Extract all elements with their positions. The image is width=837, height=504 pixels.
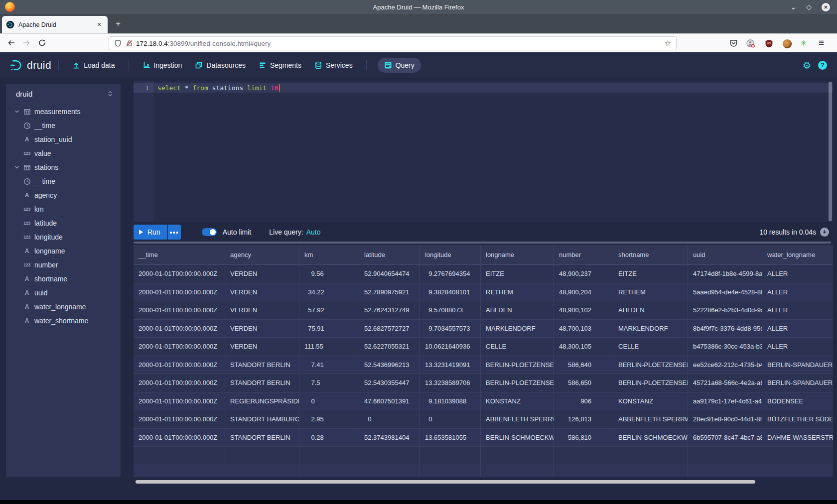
shield-icon[interactable] — [114, 39, 122, 47]
nav-item-ingestion[interactable]: Ingestion — [136, 52, 189, 78]
cell-uuid: 28ec91e8-90c0-44d1-8f0 — [688, 410, 762, 429]
auto-limit-toggle[interactable] — [202, 228, 217, 236]
results-horizontal-scrollbar[interactable] — [136, 480, 755, 484]
cell-latitude: 52.5436996213 — [359, 356, 420, 375]
bookmark-star-icon[interactable]: ☆ — [665, 39, 671, 48]
cell-longitude: 13.6535810550 — [420, 429, 481, 447]
tree-column-longname[interactable]: Alongname — [6, 244, 121, 258]
tree-column-uuid[interactable]: Auuid — [6, 286, 121, 300]
reload-button[interactable] — [38, 39, 46, 47]
cell-water-longname: BERLIN-SPANDAUER-S — [762, 356, 833, 375]
column-header-km[interactable]: km — [299, 245, 359, 265]
editor-code-line[interactable]: select * from stations limit 10 — [157, 83, 280, 93]
ublock-icon[interactable]: UO — [765, 39, 773, 48]
column-header---time[interactable]: __time — [134, 245, 225, 265]
cell---time: 2000-01-01T00:00:00.000Z — [134, 265, 225, 283]
query-editor[interactable]: 1 select * from stations limit 10 — [134, 81, 833, 222]
nav-item-segments[interactable]: Segments — [252, 52, 308, 78]
cell-water-longname: BODENSEE — [762, 392, 833, 411]
pocket-icon[interactable] — [729, 39, 738, 47]
sort-icon[interactable] — [107, 90, 114, 98]
tree-column-value[interactable]: 123value — [6, 146, 121, 160]
column-header-longname[interactable]: longname — [481, 245, 554, 265]
tree-column-km[interactable]: 123km — [6, 202, 121, 216]
back-button[interactable] — [7, 39, 15, 47]
window-close-icon[interactable]: ✕ — [822, 3, 830, 11]
column-header-latitude[interactable]: latitude — [359, 245, 420, 265]
cell-number: 48,900,204 — [554, 283, 613, 302]
column-header-number[interactable]: number — [554, 245, 613, 265]
browser-tab-apache-druid[interactable]: Apache Druid ✕ — [2, 16, 108, 33]
nav-item-services[interactable]: Services — [308, 52, 359, 78]
cell-longitude: 19.3828408101 — [420, 283, 481, 302]
nav-item-query[interactable]: Query — [378, 58, 421, 73]
forward-button[interactable] — [22, 39, 31, 47]
nav-item-datasources[interactable]: Datasources — [188, 52, 252, 78]
tree-column-shortname[interactable]: Ashortname — [6, 272, 121, 286]
chevron-down-icon[interactable] — [14, 164, 21, 170]
cell-agency: REGIERUNGSPRÄSIDIUM — [225, 392, 299, 411]
empty-cell — [613, 447, 688, 465]
firefox-icon — [5, 2, 15, 12]
cell-km: 112.95 — [299, 410, 359, 429]
cell-longname: EITZE — [481, 265, 554, 283]
tree-column-longitude[interactable]: 123longitude — [6, 230, 121, 244]
cell-uuid: ee52ce62-212c-4735-b4 — [688, 356, 762, 375]
url-bar[interactable]: 172.18.0.4 :30899/unified-console.html#q… — [109, 36, 677, 50]
tree-datasource-measurements[interactable]: measurements — [6, 105, 121, 119]
text-cursor — [279, 84, 280, 92]
table-row: 2000-01-01T00:00:00.000ZSTANDORT BERLIN1… — [134, 429, 833, 447]
window-minimize-icon[interactable]: ⌄ — [790, 3, 796, 10]
editor-scrollbar[interactable] — [829, 82, 832, 221]
extension-asterisk-icon[interactable]: ✳ — [800, 38, 807, 48]
tree-column-latitude[interactable]: 123latitude — [6, 216, 121, 230]
browser-tab-bar: Apache Druid ✕ + — [0, 14, 837, 33]
nav-item-load-data[interactable]: Load data — [66, 52, 121, 78]
tree-column-number[interactable]: 123number — [6, 258, 121, 272]
tree-column-water-shortname[interactable]: Awater_shortname — [6, 314, 121, 328]
column-header-uuid[interactable]: uuid — [688, 245, 762, 265]
cookie-extension-icon[interactable] — [783, 39, 792, 48]
empty-cell — [613, 465, 688, 478]
live-query-value[interactable]: Auto — [306, 228, 321, 236]
table-row: 2000-01-01T00:00:00.000ZSTANDORT BERLIN1… — [134, 356, 833, 375]
cell-longname: BERLIN-PLOETZENSEE U — [481, 374, 554, 392]
druid-brand[interactable]: druid — [9, 58, 51, 72]
help-icon[interactable]: ? — [818, 61, 827, 70]
table-row: 2000-01-01T00:00:00.000ZREGIERUNGSPRÄSID… — [134, 392, 833, 411]
tab-close-icon[interactable]: ✕ — [95, 20, 104, 29]
tree-column-water-longname[interactable]: Awater_longname — [6, 300, 121, 314]
cell-water-longname: BERLIN-SPANDAUER-S — [762, 374, 833, 392]
tree-column-agency[interactable]: Aagency — [6, 188, 121, 202]
tree-column-station-uuid[interactable]: Astation_uuid — [6, 132, 121, 146]
column-header-shortname[interactable]: shortname — [613, 245, 688, 265]
new-tab-button[interactable]: + — [112, 18, 125, 30]
column-header-agency[interactable]: agency — [225, 245, 299, 265]
empty-cell — [481, 447, 554, 465]
insecure-lock-icon[interactable] — [126, 39, 133, 47]
column-header-water-longname[interactable]: water_longname — [762, 245, 833, 265]
hamburger-menu-icon[interactable]: ≡ — [819, 37, 824, 48]
cell-km: 110.28 — [299, 429, 359, 447]
cell-water-longname: ALLER — [762, 320, 833, 338]
column-header-longitude[interactable]: longitude — [420, 245, 481, 265]
run-button[interactable]: Run — [134, 225, 167, 240]
download-button[interactable] — [820, 228, 829, 237]
string-type-icon: A — [22, 275, 31, 282]
run-more-button[interactable]: ••• — [168, 225, 181, 240]
tree-column---time[interactable]: __time — [6, 174, 121, 188]
results-top-scrollbar[interactable] — [134, 242, 831, 244]
tree-datasource-stations[interactable]: stations — [6, 160, 121, 174]
empty-cell — [554, 465, 613, 478]
tree-column---time[interactable]: __time — [6, 119, 121, 132]
clock-icon — [22, 178, 31, 185]
chevron-down-icon[interactable] — [14, 109, 21, 115]
window-maximize-icon[interactable]: ◇ — [806, 3, 812, 10]
account-icon[interactable] — [746, 39, 755, 48]
nav-item-label: Datasources — [206, 61, 246, 69]
tree-item-label: uuid — [34, 289, 47, 297]
gear-icon[interactable]: ⚙ — [803, 60, 811, 71]
sql-token: * — [185, 84, 189, 92]
cell-longitude: 19.2767694354 — [420, 265, 481, 283]
nav-item-label: Ingestion — [154, 61, 182, 69]
